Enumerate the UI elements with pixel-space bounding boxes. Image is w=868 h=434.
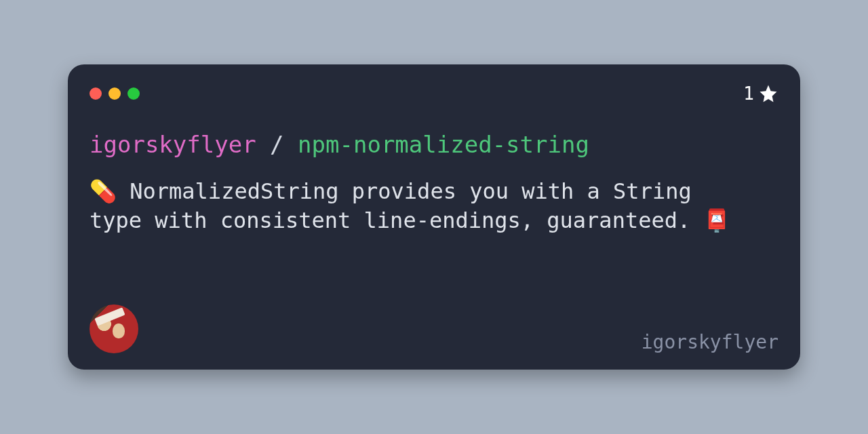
star-count: 1 [743,83,754,104]
card-footer: igorskyflyer [90,304,778,353]
repo-name[interactable]: npm-normalized-string [298,131,589,158]
username-label[interactable]: igorskyflyer [642,331,778,353]
maximize-dot-icon [127,87,140,100]
avatar[interactable] [90,304,138,353]
star-icon [758,83,778,104]
repo-path: igorskyflyer / npm-normalized-string [90,131,778,158]
star-count-group: 1 [743,83,778,104]
card-header: 1 [90,83,778,104]
repo-separator: / [256,131,298,158]
close-dot-icon [90,87,102,100]
repo-description: 💊 NormalizedString provides you with a S… [90,177,741,235]
repo-owner[interactable]: igorskyflyer [90,131,256,158]
minimize-dot-icon [108,87,121,100]
repo-card: 1 igorskyflyer / npm-normalized-string 💊… [68,64,800,370]
window-traffic-lights [90,87,140,100]
